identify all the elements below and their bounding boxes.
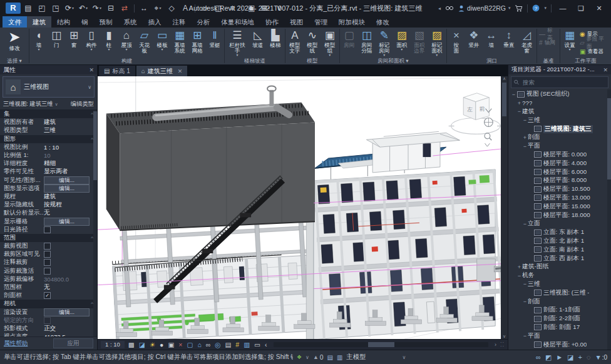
ribbon-tab-analyze[interactable]: 分析 <box>192 16 216 28</box>
worksets-icon[interactable]: ▤ <box>327 354 333 361</box>
property-checkbox[interactable] <box>44 243 51 250</box>
show-constraints-icon[interactable]: # <box>235 340 239 349</box>
property-value[interactable]: 41973.5 <box>44 333 97 336</box>
tag-area-button[interactable]: ▨标记 面积▾ <box>428 28 446 57</box>
tag-room-button[interactable]: ✎标记 房间▾ <box>376 28 393 57</box>
vertical-scrollbar[interactable]: ∧∨ <box>501 76 508 339</box>
tree-item[interactable]: +??? <box>508 99 611 108</box>
select-pinned-elements-icon[interactable]: ► <box>556 353 563 361</box>
tree-item[interactable]: 立面: 南 副本 1 <box>508 245 611 254</box>
tree-item[interactable]: −三维 <box>508 280 611 289</box>
select-underlay-elements-icon[interactable]: ◩ <box>545 353 552 361</box>
background-processes-icon[interactable]: ◌ <box>587 353 591 361</box>
active-design-option[interactable]: 主模型 <box>347 353 366 361</box>
print-icon[interactable]: ⊟ <box>105 3 117 14</box>
vertical-opening-button[interactable]: ↕垂直 <box>500 28 518 57</box>
ribbon-tab-insert[interactable]: 插入 <box>143 16 167 28</box>
selection-box-icon[interactable]: ▭ <box>254 340 260 349</box>
3d-model-view[interactable]: 左 前 <box>98 76 501 339</box>
tree-item[interactable]: −建筑 <box>508 108 611 116</box>
wall-button[interactable]: ◖墙▾ <box>30 28 48 57</box>
opening-by-face-button[interactable]: ×按 面 <box>448 28 465 57</box>
component-button[interactable]: ▯构件▾ <box>83 28 100 57</box>
floor-button[interactable]: ▭楼板▾ <box>153 28 171 57</box>
edit-button[interactable]: 编辑... <box>44 218 90 226</box>
tree-expand-toggle[interactable]: − <box>516 108 522 114</box>
view-scale-button[interactable]: 1 : 10 <box>101 341 125 348</box>
detail-level-icon[interactable]: ▩ <box>128 340 135 349</box>
sun-path-icon[interactable]: ☀ <box>150 340 155 349</box>
tree-item[interactable]: 剖面: 2-2剖面 <box>508 315 611 323</box>
tree-expand-toggle[interactable]: + <box>516 264 522 270</box>
editing-requests-button[interactable]: ▲ 0 <box>313 354 324 361</box>
tree-expand-toggle[interactable]: − <box>516 273 522 279</box>
ribbon-group-label-select[interactable]: 选择 ▾ <box>1 57 28 64</box>
tree-expand-toggle[interactable]: − <box>522 298 528 305</box>
tag-icon[interactable]: ◇ <box>165 3 178 14</box>
column-button[interactable]: ▮柱▾ <box>100 28 118 57</box>
drawing-canvas[interactable]: 左 前 <box>98 76 501 339</box>
curtain-system-button[interactable]: ▦幕墙 系统 <box>171 28 188 57</box>
collapse-arrow-icon[interactable]: ◂ <box>438 6 441 11</box>
ribbon-tab-massing-site[interactable]: 体量和场地 <box>216 16 260 28</box>
ribbon-tab-manage[interactable]: 管理 <box>309 16 333 28</box>
railing-button[interactable]: ☰栏杆扶手▾ <box>225 28 249 57</box>
property-value[interactable]: 按规程 <box>44 201 97 209</box>
visual-style-icon[interactable]: ◪ <box>139 340 145 349</box>
minimize-button[interactable]: — <box>556 4 570 12</box>
tree-item[interactable]: −剖面 <box>508 297 611 306</box>
tree-item[interactable]: 楼层平面: +0.00 <box>508 340 611 349</box>
restore-button[interactable]: ❏ <box>574 4 588 13</box>
help-icon[interactable]: ? <box>532 4 540 12</box>
ribbon-tab-modify[interactable]: 修改 <box>371 16 395 28</box>
undo-icon[interactable]: ↶▾ <box>77 3 90 14</box>
tree-expand-toggle[interactable]: − <box>522 143 528 149</box>
tree-expand-toggle[interactable]: + <box>516 100 522 106</box>
ramp-button[interactable]: ◺坡道 <box>249 28 267 57</box>
property-section[interactable]: 图形^ <box>0 135 97 143</box>
shadows-icon[interactable]: ● <box>160 340 163 349</box>
property-value[interactable]: 精细 <box>44 159 97 168</box>
displacement-sets-icon[interactable]: ▥ <box>244 340 250 349</box>
transfer-standards-icon[interactable]: ⇄ <box>118 3 131 14</box>
browser-search-box[interactable] <box>511 76 608 88</box>
save-icon[interactable]: ◳ <box>49 3 62 14</box>
tree-item[interactable]: −三维 <box>508 116 611 124</box>
window-button[interactable]: ⊞窗 <box>65 28 83 57</box>
select-links-icon[interactable]: ∞ <box>536 353 541 361</box>
model-text-button[interactable]: A模型 文字 <box>286 28 304 57</box>
ceiling-button[interactable]: ▱天花板 <box>135 28 153 57</box>
tree-item[interactable]: 楼层平面: 10.500 <box>508 185 611 194</box>
edit-type-button[interactable]: 编辑类型 <box>71 100 94 108</box>
select-elements-by-face-icon[interactable]: ◪ <box>567 353 573 361</box>
view-tab-arch-3d[interactable]: ⌂建筑三维✕ <box>136 66 188 76</box>
edit-button[interactable]: 编辑... <box>44 308 90 316</box>
chevron-down-icon[interactable]: ∨ <box>306 355 309 360</box>
tree-item[interactable]: 楼层平面: 0.000 <box>508 151 611 159</box>
project-browser-close-icon[interactable]: ✕ <box>603 67 608 73</box>
property-value[interactable]: 无 <box>44 283 97 291</box>
property-section[interactable]: 集^ <box>0 110 97 118</box>
ribbon-tab-file[interactable]: 文件 <box>3 16 27 28</box>
measure-icon[interactable]: ↔ <box>138 3 150 14</box>
tree-item[interactable]: 立面: 西 副本 1 <box>508 254 611 263</box>
property-value[interactable]: 三维 <box>44 126 97 134</box>
property-checkbox[interactable] <box>44 226 51 233</box>
close-tab-icon[interactable]: ✕ <box>178 68 183 74</box>
property-checkbox[interactable]: ✓ <box>44 292 51 299</box>
tree-item[interactable]: 立面: 东 副本 1 <box>508 228 611 237</box>
tree-item[interactable]: 立面: 北 副本 1 <box>508 237 611 246</box>
wall-opening-button[interactable]: ↔墙 <box>483 28 500 57</box>
property-value[interactable]: 显示两者 <box>44 168 97 176</box>
show-crop-region-icon[interactable]: ▢ <box>187 340 193 349</box>
tree-item[interactable]: 楼层平面: 18.000 <box>508 211 611 220</box>
tree-item[interactable]: 楼层平面: 8.000 <box>508 176 611 185</box>
crop-region-icon[interactable]: × <box>178 340 182 349</box>
temporary-view-properties-icon[interactable]: ▤ <box>225 340 231 349</box>
shaft-opening-button[interactable]: ❖竖井 <box>465 28 483 57</box>
tree-item[interactable]: 楼层平面: 15.000 <box>508 202 611 211</box>
property-checkbox[interactable] <box>44 259 51 266</box>
cart-icon[interactable] <box>515 5 523 12</box>
dormer-opening-button[interactable]: ◿老虎窗 <box>518 28 536 57</box>
collapse-bar-icon[interactable]: ‹ <box>265 340 267 349</box>
